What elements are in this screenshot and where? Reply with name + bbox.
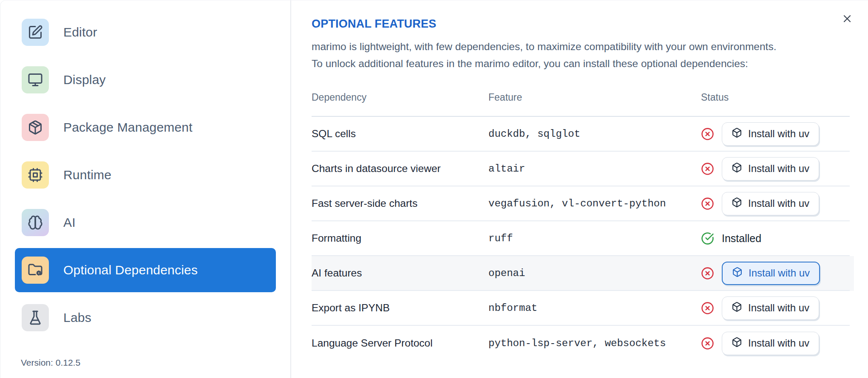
status-cell: Install with uv Installed [701, 122, 850, 146]
feature-cell: python-lsp-server, websockets [488, 338, 701, 349]
folder-cog-icon [22, 257, 49, 284]
table-row: Fast server-side charts vegafusion, vl-c… [312, 186, 850, 221]
feature-cell: altair [488, 163, 701, 175]
not-installed-icon [701, 162, 714, 175]
dependency-cell: Formatting [312, 232, 488, 244]
column-header-dependency: Dependency [312, 92, 488, 103]
dependency-cell: Language Server Protocol [312, 337, 488, 349]
optional-features-panel: OPTIONAL FEATURES marimo is lightweight,… [291, 0, 868, 378]
cpu-icon [22, 161, 49, 189]
sidebar-item-package-management[interactable]: Package Management [15, 105, 276, 150]
installed-check-icon [701, 232, 714, 245]
table-row: Language Server Protocol python-lsp-serv… [312, 326, 850, 361]
sidebar-item-runtime[interactable]: Runtime [15, 153, 276, 197]
feature-cell: openai [488, 268, 701, 279]
table-row: AI features openai Install with uv Insta… [312, 256, 850, 291]
status-cell: Install with uv Installed [701, 332, 850, 355]
box-icon [732, 162, 742, 175]
dependency-cell: SQL cells [312, 128, 488, 140]
feature-cell: vegafusion, vl-convert-python [488, 198, 701, 209]
table-header-row: Dependency Feature Status [312, 87, 850, 117]
flask-icon [22, 304, 49, 331]
panel-description: marimo is lightweight, with few dependen… [312, 38, 847, 72]
sidebar: Editor Display Package Management Runtim… [0, 0, 291, 378]
table-row: Export as IPYNB nbformat Install with uv… [312, 291, 850, 326]
brain-icon [22, 209, 49, 236]
edit-icon [22, 19, 49, 46]
sidebar-item-optional-dependencies[interactable]: Optional Dependencies [15, 248, 276, 292]
install-with-uv-button[interactable]: Install with uv [722, 157, 819, 181]
status-cell: Install with uv Installed [701, 192, 850, 215]
table-row: Formatting ruff Install with uv Installe… [312, 221, 850, 256]
status-cell: Install with uv Installed [701, 262, 850, 285]
install-with-uv-button[interactable]: Install with uv [722, 262, 820, 285]
page-title: OPTIONAL FEATURES [312, 17, 850, 31]
status-cell: Install with uv Installed [701, 296, 850, 320]
monitor-icon [22, 66, 49, 93]
status-cell: Install with uv Installed [701, 157, 850, 181]
not-installed-icon [701, 267, 714, 280]
installed-label: Installed [722, 232, 761, 245]
sidebar-item-display[interactable]: Display [15, 58, 276, 102]
install-with-uv-button[interactable]: Install with uv [722, 122, 819, 146]
not-installed-icon [701, 337, 714, 350]
column-header-status: Status [701, 92, 850, 103]
not-installed-icon [701, 127, 714, 141]
dependency-cell: Fast server-side charts [312, 197, 488, 209]
feature-cell: duckdb, sqlglot [488, 128, 701, 140]
package-icon [22, 114, 49, 141]
column-header-feature: Feature [488, 92, 701, 103]
dependency-cell: Charts in datasource viewer [312, 163, 488, 175]
dependency-cell: AI features [312, 267, 488, 279]
close-icon [841, 13, 853, 26]
box-icon [732, 302, 742, 315]
table-row: Charts in datasource viewer altair Insta… [312, 152, 850, 186]
install-with-uv-button[interactable]: Install with uv [722, 192, 819, 215]
table-row: SQL cells duckdb, sqlglot Install with u… [312, 117, 850, 152]
status-cell: Install with uv Installed [701, 232, 850, 245]
not-installed-icon [701, 302, 714, 315]
box-icon [732, 197, 742, 210]
box-icon [732, 127, 742, 141]
sidebar-nav: Editor Display Package Management Runtim… [15, 10, 276, 340]
sidebar-item-editor[interactable]: Editor [15, 10, 276, 54]
table-body: SQL cells duckdb, sqlglot Install with u… [312, 117, 850, 361]
feature-cell: nbformat [488, 302, 701, 314]
sidebar-item-labs[interactable]: Labs [15, 296, 276, 340]
install-with-uv-button[interactable]: Install with uv [722, 296, 819, 320]
dependency-cell: Export as IPYNB [312, 302, 488, 314]
box-icon [732, 267, 743, 280]
box-icon [732, 337, 742, 350]
description-line-2: To unlock additional features in the mar… [312, 58, 748, 69]
sidebar-item-ai[interactable]: AI [15, 200, 276, 245]
not-installed-icon [701, 197, 714, 210]
feature-cell: ruff [488, 233, 701, 244]
description-line-1: marimo is lightweight, with few dependen… [312, 41, 776, 52]
version-label: Version: 0.12.5 [21, 358, 80, 368]
install-with-uv-button[interactable]: Install with uv [722, 332, 819, 355]
dependencies-table: Dependency Feature Status SQL cells duck… [312, 87, 850, 361]
settings-dialog: Editor Display Package Management Runtim… [0, 0, 868, 378]
close-button[interactable] [839, 11, 856, 28]
